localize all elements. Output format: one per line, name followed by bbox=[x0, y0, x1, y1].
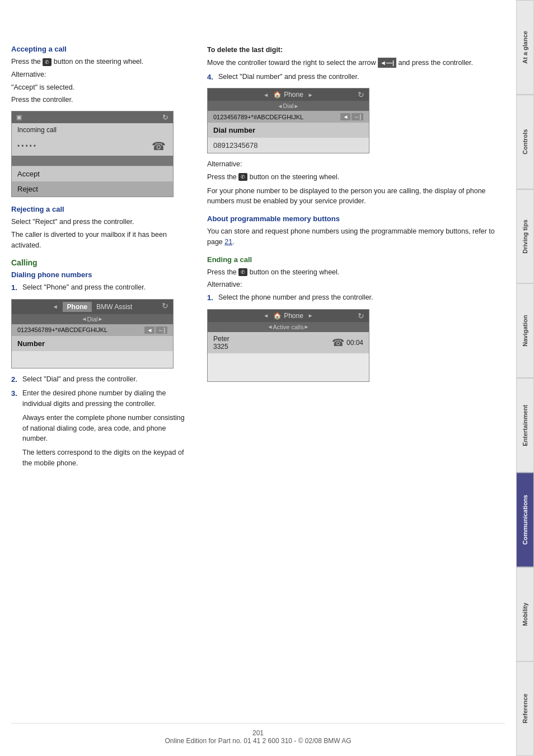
screen1-refresh-icon: ↻ bbox=[162, 301, 168, 310]
dialing-para-letters: The letters correspond to the digits on … bbox=[22, 447, 190, 469]
delete-digit-text: Move the controller toward the right to … bbox=[207, 58, 505, 68]
phone-label-r: Phone bbox=[284, 91, 303, 99]
ending-call-para1: Press the ✆ button on the steering wheel… bbox=[207, 267, 505, 278]
right-alternative-text: Press the ✆ button on the steering wheel… bbox=[207, 172, 505, 183]
number-charset: 0123456789+*#ABCDEFGHIJKL bbox=[17, 326, 107, 333]
accepting-call-para3: Press the controller. bbox=[11, 95, 190, 105]
dialing-para-always: Always enter the complete phone number c… bbox=[22, 413, 190, 444]
right-alternative-label: Alternative: bbox=[207, 159, 505, 170]
calling-section: Calling Dialing phone numbers 1. Select … bbox=[11, 258, 190, 468]
call-duration: 00:04 bbox=[346, 339, 363, 347]
dial-tab: Dial bbox=[87, 316, 98, 323]
dialing-title: Dialing phone numbers bbox=[11, 270, 190, 279]
ending-step1: 1. Select the phone number and press the… bbox=[207, 292, 505, 304]
delete-digit-title: To delete the last digit: bbox=[207, 46, 283, 54]
dial-label-r: Dial bbox=[283, 102, 294, 109]
arrow-left-icon: ◄—| bbox=[378, 58, 396, 68]
caller-number: 3325 bbox=[213, 343, 229, 351]
screen2-refresh-icon: ↻ bbox=[358, 90, 364, 99]
side-navigation: At a glance Controls Driving tips Naviga… bbox=[516, 0, 534, 756]
accepting-call-alternative: Alternative: bbox=[11, 69, 190, 80]
phone-handset-icon: ☎ bbox=[152, 139, 167, 153]
ending-call-section: Ending a call Press the ✆ button on the … bbox=[207, 255, 505, 382]
page-number: 201 bbox=[252, 729, 264, 737]
incoming-call-text: Incoming call bbox=[12, 123, 173, 137]
programmable-buttons-section: About programmable memory buttons You ca… bbox=[207, 214, 505, 248]
tab-entertainment[interactable]: Entertainment bbox=[516, 378, 534, 473]
backspace-icon-r: ←| bbox=[352, 113, 363, 120]
phone-icon-header: 🏠 bbox=[273, 91, 282, 99]
rejecting-call-para1: Select "Reject" and press the controller… bbox=[11, 217, 190, 227]
active-calls-label: Active calls bbox=[273, 324, 303, 330]
ending-call-title: Ending a call bbox=[207, 255, 505, 264]
active-caller-row: Peter 3325 ☎ 00:04 bbox=[208, 332, 369, 353]
phone-label-active: Phone bbox=[284, 312, 303, 320]
active-screen-refresh-icon: ↻ bbox=[358, 311, 364, 320]
backspace-icon: ←| bbox=[156, 326, 167, 334]
page-footer: 201 Online Edition for Part no. 01 41 2 … bbox=[11, 723, 505, 745]
reject-button[interactable]: Reject bbox=[12, 181, 173, 197]
incoming-dots: ••••• bbox=[17, 142, 38, 150]
tab-controls[interactable]: Controls bbox=[516, 95, 534, 189]
accepting-call-section: Accepting a call Press the ✆ button on t… bbox=[11, 45, 190, 197]
tab-reference[interactable]: Reference bbox=[516, 661, 534, 756]
dialing-step2: 2. Select "Dial" and press the controlle… bbox=[11, 374, 190, 385]
rejecting-call-section: Rejecting a call Select "Reject" and pre… bbox=[11, 205, 190, 250]
accepting-call-para2: "Accept" is selected. bbox=[11, 82, 190, 93]
number-charset-r: 0123456789+*#ABCDEFGHIJKL bbox=[213, 114, 303, 120]
bmw-assist-tab: BMW Assist bbox=[96, 303, 132, 311]
back-arrow-icon-r: ◄ bbox=[340, 113, 350, 120]
dialing-step3-text: Enter the desired phone number by dialin… bbox=[22, 388, 190, 409]
page-link-21[interactable]: 21 bbox=[224, 238, 232, 246]
incoming-call-screen: ▣ ↻ Incoming call ••••• ☎ Accept Reject bbox=[11, 111, 174, 197]
phone-number-display: 08912345678 bbox=[208, 138, 369, 153]
number-label: Number bbox=[12, 336, 173, 351]
tab-communications[interactable]: Communications bbox=[516, 473, 534, 567]
tab-mobility[interactable]: Mobility bbox=[516, 567, 534, 662]
calling-title: Calling bbox=[11, 258, 190, 267]
delete-digit-section: To delete the last digit: Move the contr… bbox=[207, 45, 505, 68]
dial-number-label: Dial number bbox=[208, 123, 369, 138]
dialing-step1: 1. Select "Phone" and press the controll… bbox=[11, 282, 190, 293]
phone-icon-active: 🏠 bbox=[273, 312, 282, 320]
caller-name: Peter bbox=[213, 335, 229, 343]
back-arrow-icon: ◄ bbox=[144, 326, 154, 334]
active-phone-icon: ☎ bbox=[332, 337, 344, 349]
step4-text: Select "Dial number" and press the contr… bbox=[218, 72, 359, 83]
dialing-step3: 3. Enter the desired phone number by dia… bbox=[11, 388, 190, 468]
display-para: For your phone number to be displayed to… bbox=[207, 186, 505, 207]
tab-at-a-glance[interactable]: At a glance bbox=[516, 0, 534, 95]
footer-text: Online Edition for Part no. 01 41 2 600 … bbox=[165, 737, 351, 745]
phone-tab: Phone bbox=[63, 302, 92, 312]
programmable-title: About programmable memory buttons bbox=[207, 214, 505, 223]
step4-section: 4. Select "Dial number" and press the co… bbox=[207, 72, 505, 83]
accepting-call-para1: Press the ✆ button on the steering wheel… bbox=[11, 57, 190, 67]
accept-button[interactable]: Accept bbox=[12, 166, 173, 181]
rejecting-call-para2: The caller is diverted to your mailbox i… bbox=[11, 230, 190, 251]
active-call-screen: ◄ 🏠 Phone ► ↻ ◄ Active calls ► bbox=[207, 309, 369, 382]
dialing-step2-text: Select "Dial" and press the controller. bbox=[22, 374, 138, 385]
accepting-call-title: Accepting a call bbox=[11, 45, 190, 53]
tab-navigation[interactable]: Navigation bbox=[516, 283, 534, 378]
ending-step1-text: Select the phone number and press the co… bbox=[218, 292, 373, 304]
tab-driving-tips[interactable]: Driving tips bbox=[516, 189, 534, 284]
ending-call-alternative: Alternative: bbox=[207, 279, 505, 290]
dial-screen-1: ◄ Phone BMW Assist ↻ ◄ Dial ► 0123456789… bbox=[11, 299, 174, 368]
programmable-para: You can store and request phone numbers … bbox=[207, 226, 505, 248]
dial-number-screen: ◄ 🏠 Phone ► ↻ ◄ Dial ► 012345 bbox=[207, 88, 369, 153]
rejecting-call-title: Rejecting a call bbox=[11, 205, 190, 213]
dialing-step1-text: Select "Phone" and press the controller. bbox=[22, 282, 146, 293]
